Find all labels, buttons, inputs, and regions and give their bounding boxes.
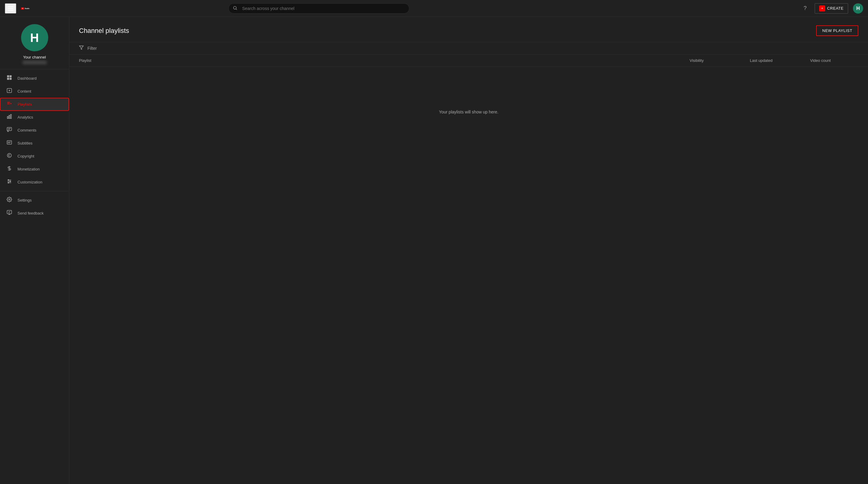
main-layout: H Your channel Dashboard [0, 17, 868, 484]
sidebar-item-analytics[interactable]: Analytics [0, 111, 69, 124]
svg-point-29 [8, 179, 9, 180]
svg-line-4 [236, 9, 237, 10]
sidebar-item-settings[interactable]: Settings [0, 194, 69, 207]
sidebar-item-label: Copyright [18, 154, 34, 159]
sidebar-item-send-feedback[interactable]: Send feedback [0, 207, 69, 220]
svg-rect-18 [7, 127, 12, 131]
search-icon [233, 5, 238, 11]
nav-left: Studio [5, 3, 31, 13]
sidebar-item-label: Playlists [18, 102, 32, 107]
sidebar-item-label: Send feedback [18, 211, 44, 216]
svg-point-31 [8, 182, 9, 183]
sidebar-item-content[interactable]: Content [0, 85, 69, 98]
search-input[interactable] [228, 3, 409, 13]
menu-button[interactable] [5, 3, 16, 13]
create-button[interactable]: + CREATE [815, 3, 848, 13]
col-visibility: Visibility [689, 58, 750, 63]
empty-state: Your playlists will show up here. [69, 67, 868, 157]
svg-point-24 [7, 153, 11, 158]
col-last-updated: Last updated [750, 58, 810, 63]
sidebar-item-label: Dashboard [18, 76, 37, 81]
sidebar: H Your channel Dashboard [0, 17, 69, 484]
svg-point-3 [234, 6, 236, 9]
filter-label: Filter [87, 46, 97, 51]
svg-rect-8 [10, 78, 12, 80]
playlists-icon [6, 101, 13, 108]
customization-icon [6, 179, 13, 186]
sidebar-item-label: Comments [18, 128, 36, 133]
channel-label: Your channel [23, 55, 46, 59]
copyright-icon [6, 153, 13, 160]
empty-state-text: Your playlists will show up here. [439, 110, 498, 114]
new-playlist-button[interactable]: NEW PLAYLIST [816, 25, 858, 36]
feedback-icon [6, 210, 13, 217]
sidebar-item-label: Settings [18, 198, 32, 202]
sidebar-nav: Dashboard Content [0, 69, 69, 222]
svg-rect-16 [9, 115, 10, 119]
svg-rect-33 [7, 210, 12, 213]
sidebar-item-label: Monetization [18, 167, 40, 171]
col-playlist: Playlist [79, 58, 689, 63]
svg-point-30 [10, 181, 11, 182]
avatar[interactable]: H [853, 3, 863, 13]
svg-point-32 [9, 199, 10, 200]
content-area: Channel playlists NEW PLAYLIST Filter Pl… [69, 17, 868, 484]
svg-rect-7 [7, 78, 9, 80]
channel-avatar[interactable]: H [21, 24, 48, 51]
nav-right: ? + CREATE H [800, 3, 863, 13]
help-button[interactable]: ? [800, 4, 810, 13]
col-video-count: Video count [810, 58, 858, 63]
svg-text:Studio: Studio [25, 7, 29, 9]
channel-name-blurred [23, 61, 47, 64]
sidebar-item-label: Content [18, 89, 31, 93]
search-bar [228, 3, 409, 13]
svg-marker-36 [79, 46, 83, 50]
sidebar-item-subtitles[interactable]: Subtitles [0, 137, 69, 150]
logo[interactable]: Studio [21, 5, 31, 12]
channel-section: H Your channel [0, 17, 69, 69]
filter-icon [79, 45, 84, 51]
filter-bar: Filter [69, 42, 868, 55]
sidebar-item-label: Analytics [18, 115, 33, 119]
sidebar-item-playlists[interactable]: Playlists [0, 98, 69, 111]
svg-rect-21 [7, 141, 12, 144]
svg-rect-5 [7, 76, 9, 78]
sidebar-item-label: Subtitles [18, 141, 33, 145]
dashboard-icon [6, 75, 13, 82]
sidebar-divider [0, 191, 69, 191]
subtitles-icon [6, 140, 13, 147]
sidebar-item-comments[interactable]: Comments [0, 124, 69, 137]
svg-rect-17 [10, 114, 11, 119]
table-header: Playlist Visibility Last updated Video c… [69, 55, 868, 67]
settings-icon [6, 197, 13, 204]
page-title: Channel playlists [79, 27, 129, 35]
analytics-icon [6, 114, 13, 121]
content-header: Channel playlists NEW PLAYLIST [69, 17, 868, 42]
svg-marker-10 [9, 90, 10, 91]
monetization-icon [6, 166, 13, 173]
sidebar-item-copyright[interactable]: Copyright [0, 150, 69, 163]
sidebar-item-label: Customization [18, 180, 42, 184]
svg-rect-6 [10, 76, 12, 78]
create-icon: + [819, 5, 825, 11]
comments-icon [6, 127, 13, 134]
youtube-logo-icon: Studio [21, 5, 31, 12]
sidebar-item-monetization[interactable]: Monetization [0, 163, 69, 176]
sidebar-item-dashboard[interactable]: Dashboard [0, 72, 69, 85]
sidebar-item-customization[interactable]: Customization [0, 176, 69, 189]
top-navigation: Studio ? + CREATE H [0, 0, 868, 17]
svg-marker-14 [10, 103, 12, 105]
content-icon [6, 88, 13, 95]
svg-rect-15 [7, 116, 8, 119]
create-label: CREATE [827, 6, 844, 10]
